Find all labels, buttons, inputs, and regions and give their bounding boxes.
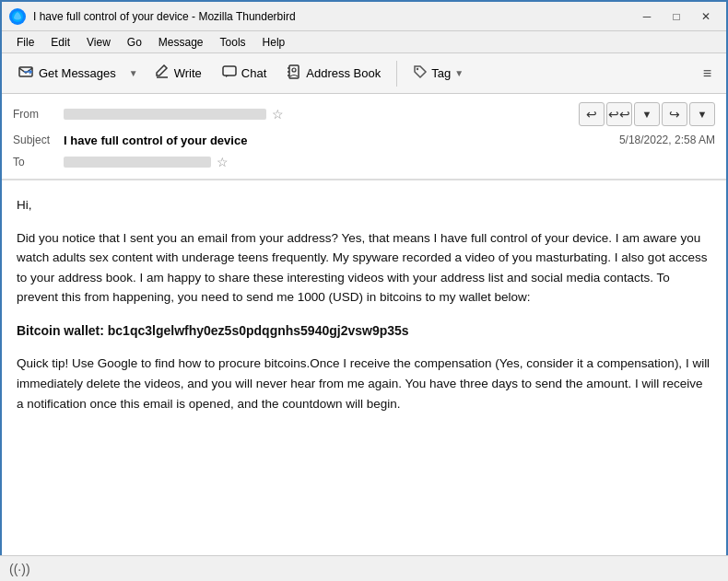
hamburger-menu-button[interactable]: ≡ (696, 62, 719, 86)
svg-rect-5 (223, 66, 236, 76)
forward-button[interactable]: ↪ (662, 102, 687, 126)
get-messages-icon (18, 64, 34, 84)
get-messages-dropdown[interactable]: ▼ (124, 64, 143, 83)
nav-down-button[interactable]: ▼ (634, 102, 660, 126)
menu-tools[interactable]: Tools (213, 34, 253, 51)
connection-status-icon: ((·)) (9, 562, 30, 576)
minimize-button[interactable]: ─ (634, 6, 660, 27)
title-bar: I have full control of your device - Moz… (2, 2, 726, 31)
address-book-button[interactable]: Address Book (278, 60, 389, 87)
to-star-icon[interactable]: ☆ (217, 155, 229, 169)
svg-point-7 (292, 68, 296, 72)
from-row: From ☆ ↩ ↩↩ ▼ ↪ ▼ (13, 99, 715, 129)
chat-label: Chat (241, 66, 266, 80)
email-header: From ☆ ↩ ↩↩ ▼ ↪ ▼ Subject I have full co… (2, 94, 726, 180)
dropdown-arrow-icon: ▼ (129, 68, 138, 78)
subject-row: Subject I have full control of your devi… (13, 129, 715, 151)
menu-help[interactable]: Help (255, 34, 293, 51)
write-icon (155, 64, 170, 83)
menu-view[interactable]: View (79, 34, 118, 51)
window-title: I have full control of your device - Moz… (33, 10, 634, 23)
tag-button[interactable]: Tag ▼ (405, 60, 472, 87)
get-messages-button[interactable]: Get Messages (9, 59, 124, 88)
from-value (64, 109, 266, 120)
toolbar: Get Messages ▼ Write Chat (2, 53, 726, 94)
svg-point-11 (417, 68, 418, 70)
to-label: To (13, 156, 64, 168)
status-bar: ((·)) (0, 555, 728, 581)
tag-label: Tag (431, 66, 451, 80)
to-value (64, 157, 211, 168)
bitcoin-wallet: Bitcoin wallet: bc1qc3lgelwfhy0ez5s0pdqg… (17, 320, 711, 341)
menu-file[interactable]: File (9, 34, 41, 51)
chat-icon (222, 64, 237, 83)
toolbar-divider (396, 61, 397, 87)
menu-message[interactable]: Message (151, 34, 211, 51)
nav-buttons: ↩ ↩↩ ▼ ↪ ▼ (579, 102, 715, 126)
from-star-icon[interactable]: ☆ (272, 107, 284, 122)
subject-value: I have full control of your device (64, 134, 619, 147)
close-button[interactable]: ✕ (693, 6, 719, 27)
subject-label: Subject (13, 134, 64, 146)
chat-button[interactable]: Chat (214, 60, 275, 87)
greeting: Hi, (17, 195, 711, 215)
to-row: To ☆ (13, 151, 715, 173)
get-messages-group: Get Messages ▼ (9, 59, 143, 88)
menu-go[interactable]: Go (120, 34, 149, 51)
menu-bar: File Edit View Go Message Tools Help (2, 31, 726, 53)
app-icon (9, 8, 26, 25)
address-book-label: Address Book (306, 66, 381, 80)
maximize-button[interactable]: □ (663, 6, 689, 27)
tag-dropdown-icon: ▼ (454, 68, 464, 78)
paragraph2: Quick tip! Use Google to find how to pro… (17, 354, 711, 413)
window-controls: ─ □ ✕ (634, 6, 719, 27)
tag-icon (413, 64, 428, 82)
address-book-icon (287, 64, 301, 83)
paragraph1: Did you notice that I sent you an email … (17, 228, 711, 308)
get-messages-label: Get Messages (39, 66, 116, 80)
email-body: Hi, Did you notice that I sent you an em… (2, 180, 726, 572)
from-label: From (13, 108, 64, 121)
write-button[interactable]: Write (147, 60, 210, 87)
timestamp: 5/18/2022, 2:58 AM (619, 134, 715, 146)
reply-button[interactable]: ↩ (579, 102, 605, 126)
menu-edit[interactable]: Edit (43, 34, 77, 51)
more-button[interactable]: ▼ (689, 102, 715, 126)
reply-all-button[interactable]: ↩↩ (606, 102, 632, 126)
write-label: Write (174, 66, 202, 80)
